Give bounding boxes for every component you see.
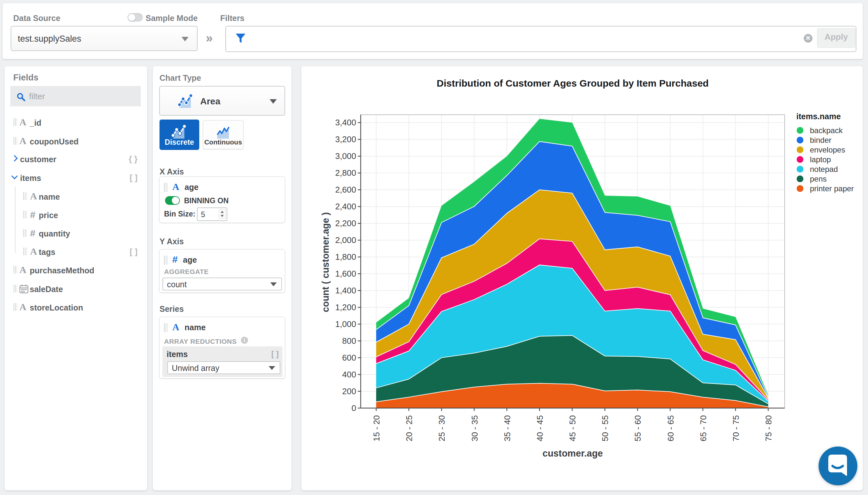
array-reduction-box: items [ ] Unwind array — [162, 346, 283, 377]
field-label: saleDate — [30, 285, 63, 294]
sample-mode-label: Sample Mode — [146, 14, 198, 23]
string-type-icon: A — [30, 191, 37, 202]
collapse-panel-button[interactable]: » — [203, 32, 216, 46]
data-source-select[interactable]: test.supplySales — [11, 26, 198, 51]
clear-filters-button[interactable]: ✕ — [804, 34, 813, 42]
string-type-icon: A — [172, 181, 179, 192]
field-filter-placeholder: filter — [29, 91, 45, 101]
y-axis-card: # age AGGREGATE count — [159, 249, 285, 293]
drag-handle-icon — [164, 183, 167, 192]
chart-type-value: Area — [200, 96, 220, 107]
filters-input[interactable]: ✕ Apply — [225, 26, 856, 52]
field-row-couponUsed[interactable]: AcouponUsed — [4, 132, 147, 151]
chevron-down-icon — [270, 283, 277, 286]
field-row-items[interactable]: items[ ] — [4, 168, 147, 187]
chart-type-select[interactable]: Area — [159, 86, 285, 116]
discrete-button[interactable]: Discrete — [160, 120, 199, 150]
drag-handle-icon — [14, 137, 17, 145]
field-row-_id[interactable]: A_id — [4, 113, 147, 132]
drag-handle-icon — [14, 266, 17, 274]
field-label: storeLocation — [30, 303, 83, 312]
continuous-button[interactable]: Continuous — [203, 120, 244, 149]
fields-title: Fields — [13, 73, 38, 83]
drag-handle-icon — [14, 118, 17, 126]
string-type-icon: A — [19, 135, 26, 147]
chevron-collapsed-icon[interactable] — [11, 155, 18, 161]
drag-handle-icon — [23, 192, 27, 200]
legend-label: printer paper — [810, 184, 854, 193]
reduction-field-name: items — [166, 349, 188, 359]
field-filter-input[interactable]: filter — [10, 86, 141, 106]
chevron-expanded-icon[interactable] — [11, 173, 18, 179]
y-tick-label: 2,600 — [335, 185, 356, 194]
field-label: couponUsed — [30, 137, 78, 147]
drag-handle-icon — [14, 303, 17, 311]
legend-swatch — [797, 137, 803, 143]
legend-label: laptop — [810, 155, 831, 164]
array-badge: [ ] — [271, 349, 279, 359]
x-tick-label: 65 - 70 — [698, 415, 708, 441]
field-label: purchaseMethod — [30, 266, 94, 275]
field-row-customer[interactable]: customer{ } — [4, 150, 147, 168]
stepper-icon[interactable] — [219, 209, 226, 219]
bin-size-value: 5 — [201, 210, 205, 219]
legend-label: backpack — [810, 126, 843, 135]
y-tick-label: 2,400 — [335, 202, 356, 211]
x-tick-label: 20 - 25 — [404, 415, 414, 441]
object-badge: { } — [129, 154, 138, 164]
binning-toggle[interactable] — [165, 196, 180, 205]
chart-type-label: Chart Type — [160, 73, 201, 83]
field-row-name[interactable]: Aname — [4, 187, 147, 206]
y-tick-label: 3,400 — [335, 118, 356, 127]
x-field-row[interactable]: A age — [164, 181, 199, 192]
x-tick-label: 25 - 30 — [437, 415, 447, 441]
y-tick-label: 1,200 — [335, 303, 356, 312]
info-icon[interactable]: i — [241, 337, 248, 344]
field-row-saleDate[interactable]: saleDate — [4, 279, 147, 298]
chat-bubble-icon — [828, 455, 848, 478]
array-reduction-select[interactable]: Unwind array — [167, 361, 280, 374]
y-tick-label: 200 — [342, 387, 356, 396]
filter-funnel-icon — [235, 33, 246, 46]
legend-swatch — [797, 185, 803, 192]
series-field-row[interactable]: A name — [164, 322, 206, 332]
drag-handle-icon — [164, 256, 167, 264]
string-type-icon: A — [19, 302, 26, 312]
apply-filters-button[interactable]: Apply — [817, 28, 855, 48]
field-label: price — [39, 211, 58, 220]
x-axis-card: A age BINNING ON Bin Size: 5 — [159, 176, 285, 223]
field-label: items — [20, 173, 41, 183]
bin-size-input[interactable]: 5 — [197, 207, 227, 221]
drag-handle-icon — [164, 323, 167, 332]
chart-panel: Distribution of Customer Ages Grouped by… — [301, 66, 863, 491]
series-field-name: name — [185, 323, 206, 332]
sample-mode-toggle[interactable] — [127, 13, 143, 22]
filters-label: Filters — [220, 14, 245, 23]
field-row-storeLocation[interactable]: AstoreLocation — [4, 298, 147, 317]
calendar-icon — [19, 284, 29, 293]
legend-item-notepad: notepad — [796, 165, 841, 174]
y-tick-label: 1,000 — [335, 319, 356, 329]
string-type-icon: A — [172, 322, 179, 332]
x-tick-label: 50 - 55 — [600, 415, 610, 441]
field-row-price[interactable]: #price — [4, 205, 147, 224]
aggregate-select[interactable]: count — [162, 277, 282, 290]
string-type-icon: A — [19, 117, 26, 127]
chevron-down-icon — [270, 99, 277, 104]
legend-title: items.name — [796, 112, 841, 121]
y-axis-label: Y Axis — [160, 237, 184, 246]
field-row-quantity[interactable]: #quantity — [4, 224, 147, 243]
legend-label: envelopes — [810, 146, 845, 154]
field-row-tags[interactable]: Atags[ ] — [4, 242, 147, 261]
field-row-purchaseMethod[interactable]: ApurchaseMethod — [4, 261, 147, 279]
y-tick-label: 1,800 — [335, 252, 356, 262]
x-tick-label: 75 - 80 — [764, 415, 773, 441]
legend-swatch — [797, 175, 803, 182]
y-tick-label: 2,200 — [335, 218, 356, 228]
y-tick-label: 2,000 — [335, 235, 356, 245]
y-tick-label: 800 — [342, 336, 356, 346]
intercom-launcher[interactable] — [819, 446, 857, 485]
legend-item-envelopes: envelopes — [796, 145, 841, 155]
y-field-row[interactable]: # age — [164, 254, 197, 265]
x-tick-label: 35 - 40 — [502, 415, 512, 441]
